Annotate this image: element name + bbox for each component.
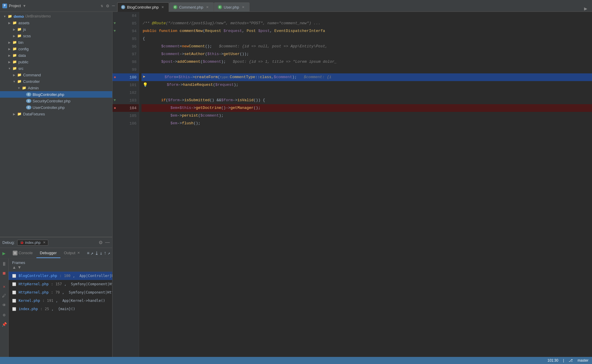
breakpoint-icon-100[interactable]: ● [114,75,116,80]
tree-item-js[interactable]: ▶ 📁 js [0,26,112,33]
debug-tab-debugger[interactable]: Debugger [36,249,60,258]
frame-item-1[interactable]: ⬜ HttpKernel.php : 157 , Symfony|Compone… [9,280,112,288]
debug-pause-btn[interactable]: ⏸ [0,260,8,268]
frame-item-3[interactable]: ⬜ Kernel.php : 191 , App|Kernel->handle(… [9,297,112,305]
frame-item-4[interactable]: ⬜ index.php : 25 , {main}() [9,305,112,313]
tree-item-demo[interactable]: ▼ 📁 demo /JetBrains/demo [0,13,112,20]
debug-settings-icon[interactable]: ⚙ [99,240,103,245]
project-label[interactable]: Project [9,4,21,8]
tree-item-securitycontroller[interactable]: ▶ C SecurityController.php [0,98,112,104]
tree-item-datafixtures[interactable]: ▶ 📁 DataFixtures [0,111,112,117]
code-fn-97: setAuthor [184,50,205,58]
debug-tab-console[interactable]: ⊡ Console [9,249,36,258]
frames-scroll-down-btn[interactable]: ▼ [17,265,22,270]
code-content[interactable]: /** @Route("/comment/{postSlug}/new", me… [139,12,592,364]
code-var-98: $post [161,58,173,66]
tree-item-src[interactable]: ▼ 📁 src [0,65,112,72]
code-editor[interactable]: 84 85 ▼ 94 ▼ 95 [112,12,592,364]
code-arrow-100: -> [190,73,195,81]
code-paren-98a: ( [200,58,203,66]
debug-refresh-btn[interactable]: 🖊 [0,292,8,300]
gutter-row-101: 101 [112,81,139,89]
tab-comment[interactable]: C Comment.php ✕ [169,2,214,12]
debug-stop-btn[interactable]: ■ [0,269,8,278]
tree-item-usercontroller[interactable]: ▶ C UserController.php [0,104,112,111]
debug-step-out-btn[interactable]: ⇓ [100,249,103,257]
fold-icon-85[interactable]: ▼ [114,21,116,25]
project-icon: P [2,4,7,8]
code-var-101: $form [167,81,178,89]
settings-icon[interactable]: ⇅ [101,3,103,8]
debug-panel: Debug: 🐞 index.php ✕ ⚙ — ▶ [0,237,112,364]
gutter-row-84: 84 [112,12,139,20]
debug-pin-btn[interactable]: 📌 [0,320,8,328]
debug-inspect-btn[interactable]: 👁 [0,301,8,310]
gutter-row-85: 85 ▼ [112,20,139,27]
debug-close-icon[interactable]: — [105,240,110,245]
tree-label-data: data [18,53,26,58]
status-separator: | [563,358,564,363]
debug-play-btn[interactable]: ▶ [2,249,6,257]
tab-blogcontroller[interactable]: C BlogController.php ✕ [117,2,169,12]
debug-file-close[interactable]: ✕ [43,241,46,244]
tab-user[interactable]: C User.php ✕ [214,2,250,12]
tree-item-blogcontroller[interactable]: ▶ C BlogController.php [0,91,112,98]
code-kw-103: if [161,96,166,104]
status-bar: 101:30 | ⎇ master [0,357,592,364]
tab-close-comment[interactable]: ✕ [205,5,210,9]
tree-label-bin: bin [18,40,23,45]
tree-item-assets[interactable]: ▶ 📁 assets [0,20,112,26]
code-indent-98 [143,58,161,66]
code-paren-97b: ()); [240,50,249,58]
frame-line-4: : [40,307,42,311]
debug-step-into-btn[interactable]: ⤓ [95,249,99,257]
minimize-icon[interactable]: — [112,3,115,9]
tab-close-user[interactable]: ✕ [241,5,246,9]
code-var-100b: $this [178,73,190,81]
frame-classname-2: Symfony|Component|HttpKernel|HttpKernel-… [69,290,112,294]
frame-item-0[interactable]: ⬜ BlogController.php : 100 , App|Control… [9,272,112,280]
code-comma-94b: , [270,27,274,35]
debug-run-cursor-btn[interactable]: ↑ [104,249,107,257]
debug-show-frames-btn[interactable]: ≡ [87,249,89,257]
code-var-103b: $form [221,96,233,104]
fold-icon-94[interactable]: ▼ [114,29,116,33]
debug-step-over-btn[interactable]: ↗ [91,249,94,257]
frames-scroll-up-btn[interactable]: ▲ [12,265,16,270]
breakpoint-icon-104[interactable]: ● [114,106,116,110]
debug-settings2-btn[interactable]: ⚙ [0,311,8,319]
tree-item-command[interactable]: ▶ 📁 Command [0,72,112,78]
tab-close-blog[interactable]: ✕ [160,5,165,9]
debug-eval-btn[interactable]: ↗ [108,249,110,257]
debug-copy-btn[interactable]: ✕ [0,282,8,291]
code-kw-94: public [143,27,157,35]
tree-item-scss[interactable]: ▶ 📁 scss [0,33,112,39]
editor-tab-bar: C BlogController.php ✕ C Comment.php ✕ C… [117,0,590,12]
tree-item-controller[interactable]: ▼ 📁 Controller [0,78,112,85]
gutter-row-105: 105 [112,112,139,120]
tree-item-data[interactable]: ▶ 📁 data [0,52,112,59]
tree-item-admin[interactable]: ▼ 📁 Admin [0,85,112,91]
frame-classname-3: App|Kernel->handle() [62,299,105,303]
folder-icon-js: 📁 [17,27,22,32]
output-close-icon[interactable]: ✕ [77,251,80,255]
gear-icon[interactable]: ⚙ [106,3,109,9]
frame-list: ⬜ BlogController.php : 100 , App|Control… [9,272,112,364]
folder-icon-command: 📁 [17,72,22,78]
gutter-icons-103: ▼ [114,98,116,102]
tree-item-config[interactable]: ▶ 📁 config [0,46,112,52]
tree-item-bin[interactable]: ▶ 📁 bin [0,39,112,46]
debug-file-tab[interactable]: 🐞 index.php ✕ [17,240,48,246]
code-paren-104a: ()-> [221,104,230,112]
frame-class-1: , [64,282,68,286]
line-num-84: 84 [132,14,136,18]
fold-icon-103[interactable]: ▼ [114,98,116,102]
frames-header: Frames ▲ ▼ [9,259,112,272]
folder-icon-public: 📁 [12,59,17,65]
frame-item-2[interactable]: ⬜ HttpKernel.php : 79 , Symfony|Componen… [9,288,112,297]
debug-tab-output[interactable]: Output ✕ [60,249,83,258]
folder-icon-config: 📁 [12,46,17,51]
project-arrow[interactable]: ▼ [22,4,26,8]
code-var-100a: $form [165,73,176,81]
tree-item-public[interactable]: ▶ 📁 public [0,59,112,65]
